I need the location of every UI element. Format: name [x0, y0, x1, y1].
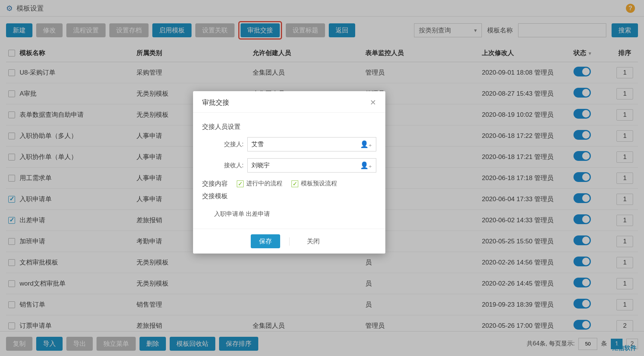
to-row: 接收人: 👤₊ — [202, 158, 376, 173]
dialog-foot: 保存 关闭 — [193, 229, 385, 254]
handover-dialog: 审批交接 ✕ 交接人员设置 交接人: 👤₊ 接收人: 👤₊ 交接内容 ✓进行中的… — [193, 91, 385, 254]
to-input-wrap[interactable]: 👤₊ — [247, 158, 376, 173]
dialog-close-button[interactable]: 关闭 — [299, 234, 328, 248]
from-input-wrap[interactable]: 👤₊ — [247, 137, 376, 151]
close-icon[interactable]: ✕ — [370, 98, 376, 107]
cb-preset-flow[interactable]: ✓模板预设流程 — [291, 180, 337, 188]
dialog-body: 交接人员设置 交接人: 👤₊ 接收人: 👤₊ 交接内容 ✓进行中的流程 ✓模板预… — [193, 113, 385, 229]
separator — [289, 237, 290, 246]
checkbox-icon: ✓ — [237, 180, 244, 187]
to-label: 接收人: — [202, 162, 244, 170]
from-row: 交接人: 👤₊ — [202, 137, 376, 151]
person-add-icon[interactable]: 👤₊ — [360, 140, 372, 148]
to-input[interactable] — [251, 162, 360, 169]
section-person: 交接人员设置 — [202, 122, 376, 131]
checkbox-icon: ✓ — [291, 180, 298, 187]
dialog-save-button[interactable]: 保存 — [251, 234, 280, 248]
section-tmpl: 交接模板 — [202, 192, 376, 200]
dialog-title: 审批交接 — [202, 98, 229, 107]
dialog-head: 审批交接 ✕ — [193, 91, 385, 113]
template-list: 入职申请单 出差申请 — [202, 206, 376, 222]
content-row: 交接内容 ✓进行中的流程 ✓模板预设流程 — [202, 179, 376, 188]
from-input[interactable] — [251, 141, 360, 148]
cb-active-flow[interactable]: ✓进行中的流程 — [237, 180, 282, 188]
from-label: 交接人: — [202, 141, 244, 148]
person-add-icon[interactable]: 👤₊ — [360, 161, 372, 170]
section-content: 交接内容 — [202, 179, 228, 188]
